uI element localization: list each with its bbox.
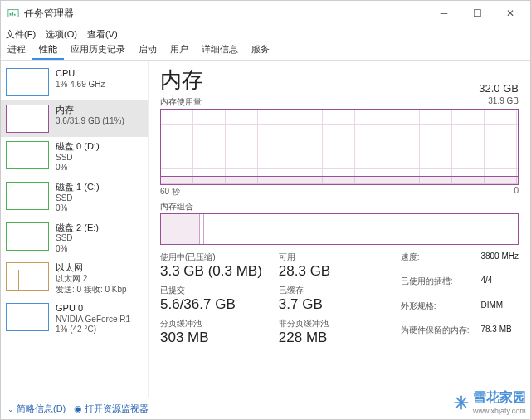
sidebar-item-sub: 3.6/31.9 GB (11%) — [56, 116, 124, 127]
disk-thumb — [6, 182, 49, 210]
sidebar-item-sub: 1% 4.69 GHz — [56, 80, 105, 90]
sidebar-item-label: 磁盘 2 (E:) — [56, 222, 99, 234]
sidebar-item-label: CPU — [56, 68, 105, 80]
tab-processes[interactable]: 进程 — [1, 41, 32, 60]
app-icon — [7, 7, 19, 19]
memory-usage-chart — [160, 109, 519, 185]
sidebar-item-memory[interactable]: 内存 3.6/31.9 GB (11%) — [1, 100, 148, 137]
main-panel: 内存 32.0 GB 内存使用量 31.9 GB 60 秒 0 内存组合 — [149, 61, 530, 398]
sidebar-item-sub2: 0% — [56, 203, 100, 214]
sidebar-item-sub: SSD — [56, 153, 100, 164]
cpu-thumb — [6, 68, 49, 96]
footer: ⌄ 简略信息(D) ◉ 打开资源监视器 — [1, 398, 530, 419]
sidebar-item-disk-1[interactable]: 磁盘 1 (C:) SSD 0% — [1, 178, 148, 218]
sidebar-item-label: GPU 0 — [56, 303, 130, 315]
sidebar-item-disk-2[interactable]: 磁盘 2 (E:) SSD 0% — [1, 218, 148, 259]
stat-committed: 已提交 5.6/36.7 GB — [160, 285, 262, 313]
axis-left: 60 秒 — [160, 186, 180, 198]
sidebar-item-sub: SSD — [56, 193, 100, 204]
disk-thumb — [6, 222, 49, 251]
task-manager-window: 任务管理器 ─ ☐ ✕ 文件(F) 选项(O) 查看(V) 进程 性能 应用历史… — [0, 0, 531, 420]
tab-performance[interactable]: 性能 — [32, 41, 64, 60]
tab-app-history[interactable]: 应用历史记录 — [64, 41, 132, 60]
sidebar-item-label: 内存 — [56, 105, 124, 116]
sidebar-item-sub2: 0% — [56, 244, 99, 255]
ethernet-thumb — [6, 262, 49, 291]
memory-thumb — [6, 105, 49, 133]
minimize-button[interactable]: ─ — [427, 2, 460, 25]
sidebar: CPU 1% 4.69 GHz 内存 3.6/31.9 GB (11%) 磁盘 … — [1, 61, 149, 398]
sidebar-item-label: 磁盘 1 (C:) — [56, 182, 100, 193]
sidebar-item-sub2: 发送: 0 接收: 0 Kbp — [56, 285, 127, 295]
sidebar-item-cpu[interactable]: CPU 1% 4.69 GHz — [1, 64, 148, 100]
close-button[interactable]: ✕ — [494, 2, 527, 25]
sidebar-item-disk-0[interactable]: 磁盘 0 (D:) SSD 0% — [1, 137, 148, 178]
gpu-thumb — [6, 303, 49, 331]
memory-composition-bar — [160, 213, 519, 245]
svg-rect-3 — [14, 14, 16, 16]
menubar: 文件(F) 选项(O) 查看(V) — [1, 26, 530, 42]
titlebar[interactable]: 任务管理器 ─ ☐ ✕ — [1, 1, 530, 26]
window-title: 任务管理器 — [24, 7, 427, 21]
sidebar-item-sub2: 0% — [56, 163, 100, 173]
disk-thumb — [6, 141, 49, 169]
page-title: 内存 — [160, 66, 203, 95]
menu-file[interactable]: 文件(F) — [6, 28, 36, 41]
sidebar-item-label: 以太网 — [56, 262, 127, 274]
memory-total: 32.0 GB — [479, 82, 519, 95]
tab-startup[interactable]: 启动 — [132, 41, 163, 60]
tab-services[interactable]: 服务 — [245, 41, 276, 60]
sidebar-item-gpu-0[interactable]: GPU 0 NVIDIA GeForce R1 1% (42 °C) — [1, 299, 148, 339]
body: CPU 1% 4.69 GHz 内存 3.6/31.9 GB (11%) 磁盘 … — [1, 61, 530, 398]
composition-label: 内存组合 — [160, 201, 519, 212]
sidebar-item-sub: SSD — [56, 233, 99, 244]
menu-options[interactable]: 选项(O) — [46, 28, 77, 41]
chart-label: 内存使用量 — [160, 96, 202, 108]
stats: 使用中(已压缩) 3.3 GB (0.3 MB) 可用 28.3 GB 已提交 … — [160, 252, 519, 346]
open-resource-monitor[interactable]: ◉ 打开资源监视器 — [74, 403, 149, 415]
sidebar-item-sub: 以太网 2 — [56, 274, 127, 285]
stat-nonpaged: 非分页缓冲池 228 MB — [279, 318, 330, 346]
svg-rect-2 — [12, 12, 13, 15]
brief-info-toggle[interactable]: ⌄ 简略信息(D) — [7, 403, 66, 415]
svg-rect-1 — [10, 13, 12, 16]
menu-view[interactable]: 查看(V) — [87, 28, 118, 41]
sidebar-item-sub: NVIDIA GeForce R1 — [56, 315, 130, 325]
chart-max: 31.9 GB — [488, 96, 519, 108]
resmon-icon: ◉ — [74, 403, 82, 414]
specs: 速度:3800 MHz 已使用的插槽:4/4 外形规格:DIMM 为硬件保留的内… — [401, 252, 519, 346]
stat-in-use: 使用中(已压缩) 3.3 GB (0.3 MB) — [160, 252, 262, 280]
stat-paged: 分页缓冲池 303 MB — [160, 318, 262, 346]
stat-available: 可用 28.3 GB — [279, 252, 330, 280]
stat-cached: 已缓存 3.7 GB — [279, 285, 330, 313]
sidebar-item-sub2: 1% (42 °C) — [56, 325, 130, 335]
maximize-button[interactable]: ☐ — [460, 2, 494, 25]
sidebar-item-label: 磁盘 0 (D:) — [56, 141, 100, 153]
sidebar-item-ethernet[interactable]: 以太网 以太网 2 发送: 0 接收: 0 Kbp — [1, 258, 148, 299]
chevron-down-icon: ⌄ — [7, 405, 14, 413]
axis-right: 0 — [514, 186, 519, 198]
tab-users[interactable]: 用户 — [163, 41, 195, 60]
tabstrip: 进程 性能 应用历史记录 启动 用户 详细信息 服务 — [1, 42, 530, 61]
tab-details[interactable]: 详细信息 — [195, 41, 245, 60]
